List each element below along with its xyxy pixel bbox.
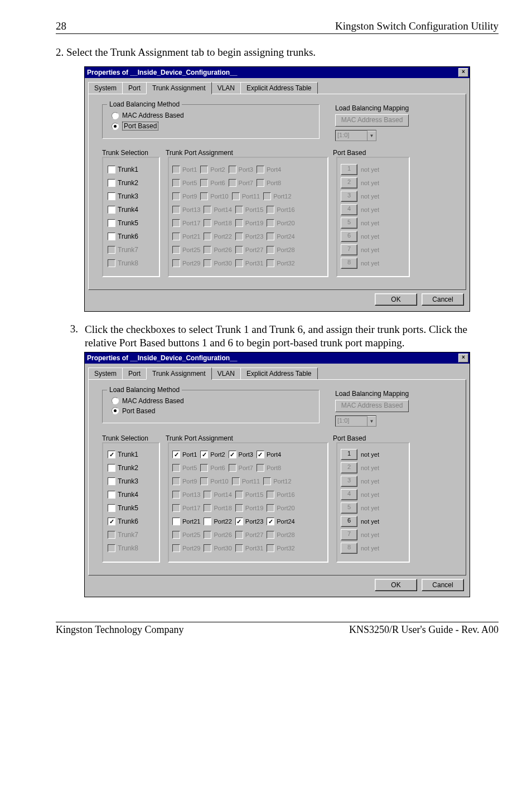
port-label: Port8 [267,465,281,471]
not-yet-label: not yet [361,531,379,538]
port-checkbox-wrap: Port14 [204,206,231,214]
tabstrip: System Port Trunk Assignment VLAN Explic… [85,78,470,94]
port-checkbox[interactable] [257,451,264,458]
tab-port[interactable]: Port [122,82,147,94]
port-checkbox [172,246,180,254]
port-row: Port29 Port30 Port31 Port32 [172,257,324,269]
ok-button[interactable]: OK [375,579,417,591]
port-label: Port15 [245,206,263,213]
trunk-checkbox[interactable] [108,206,115,214]
port-label: Port4 [267,451,281,458]
port-checkbox [263,477,271,485]
port-checkbox-wrap: Port21 [172,518,200,525]
trunk-checkbox[interactable] [108,219,115,227]
port-checkbox-wrap: Port13 [172,206,200,214]
port-label: Port15 [245,491,263,498]
port-checkbox[interactable] [204,518,211,525]
trunk-checkbox[interactable] [108,504,115,512]
screenshot-1: Properties of __Inside_Device_Configurat… [56,66,499,312]
port-checkbox[interactable] [235,518,243,525]
trunk-checkbox[interactable] [108,491,115,499]
port-label: Port6 [210,180,225,186]
port-checkbox [172,206,180,214]
port-checkbox-wrap: Port15 [235,206,263,214]
portbased-button[interactable]: 6 [341,516,357,527]
cancel-button[interactable]: Cancel [422,579,464,591]
radio-port[interactable]: Port Based [112,122,313,130]
radio-icon [112,123,119,130]
trunk-selection-header: Trunk Selection [102,434,158,442]
tab-explicit-address[interactable]: Explicit Address Table [240,82,318,94]
port-checkbox-wrap: Port10 [200,192,228,200]
port-checkbox-wrap: Port29 [172,259,200,267]
trunk-checkbox[interactable] [108,477,115,485]
port-checkbox-wrap: Port19 [235,504,263,512]
mapping-title: Load Balancing Mapping [335,390,457,398]
port-checkbox-wrap: Port19 [235,219,263,227]
titlebar: Properties of __Inside_Device_Configurat… [85,352,470,364]
port-checkbox-wrap: Port29 [172,544,200,552]
port-label: Port11 [242,478,260,485]
portbased-row: 8 not yet [341,543,405,554]
port-label: Port27 [245,531,263,538]
port-row: Port13 Port14 Port15 Port16 [172,204,324,215]
trunk-checkbox[interactable] [108,233,115,240]
tab-vlan[interactable]: VLAN [211,82,241,94]
portbased-row: 6 not yet [341,230,405,242]
port-row: Port5 Port6 Port7 Port8 [172,177,324,188]
trunk-checkbox [108,246,115,254]
trunk-checkbox[interactable] [108,464,115,472]
port-label: Port10 [210,193,228,200]
radio-port[interactable]: Port Based [112,407,313,415]
trunk-row: Trunk5 [108,502,156,514]
tab-vlan[interactable]: VLAN [211,368,241,380]
trunk-checkbox [108,544,115,552]
close-icon[interactable]: × [458,354,468,362]
portbased-button[interactable]: 1 [341,449,357,460]
tab-system[interactable]: System [88,82,123,94]
port-checkbox-wrap: Port20 [267,219,294,227]
portbased-button: 8 [341,543,357,554]
trunk-checkbox[interactable] [108,451,115,458]
port-checkbox[interactable] [172,518,180,525]
not-yet-label: not yet [361,505,379,511]
tab-trunk-assignment[interactable]: Trunk Assignment [146,82,212,94]
tab-trunk-assignment[interactable]: Trunk Assignment [146,368,212,380]
trunk-checkbox[interactable] [108,166,115,173]
portbased-button: 7 [341,244,357,255]
not-yet-label: not yet [361,206,379,213]
mac-address-based-button: MAC Address Based [335,114,409,127]
cancel-button[interactable]: Cancel [422,293,464,306]
port-checkbox-wrap: Port21 [172,233,200,240]
trunk-checkbox[interactable] [108,179,115,187]
port-checkbox[interactable] [172,451,180,458]
port-checkbox-wrap: Port25 [172,531,200,539]
port-label: Port24 [277,233,294,240]
port-label: Port16 [277,206,294,213]
tab-system[interactable]: System [88,368,123,380]
port-checkbox[interactable] [267,518,274,525]
port-checkbox-wrap: Port4 [257,166,281,173]
port-checkbox [172,192,180,200]
port-checkbox[interactable] [229,451,236,458]
port-row: Port13 Port14 Port15 Port16 [172,489,324,501]
close-icon[interactable]: × [458,68,468,77]
radio-icon [112,397,119,404]
tab-port[interactable]: Port [122,368,147,380]
port-checkbox[interactable] [200,451,208,458]
ok-button[interactable]: OK [375,293,417,306]
port-checkbox [229,464,236,472]
trunk-port-assignment-header: Trunk Port Assignment [166,434,325,442]
trunk-label: Trunk4 [118,206,138,214]
port-row: Port9 Port10 Port11 Port12 [172,190,324,202]
trunk-checkbox[interactable] [108,192,115,200]
port-checkbox-wrap: Port11 [232,192,260,200]
port-label: Port17 [182,220,200,226]
radio-mac[interactable]: MAC Address Based [112,397,313,405]
port-label: Port8 [267,180,281,186]
port-row: Port25 Port26 Port27 Port28 [172,244,324,255]
radio-mac[interactable]: MAC Address Based [112,112,313,119]
port-label: Port21 [182,518,200,525]
tab-explicit-address[interactable]: Explicit Address Table [240,368,318,380]
trunk-checkbox[interactable] [108,518,115,525]
